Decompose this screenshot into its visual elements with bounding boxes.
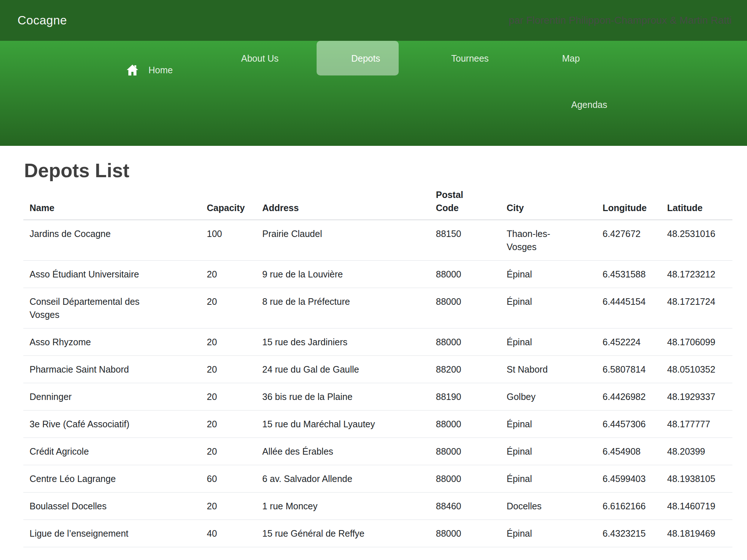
- app-header: Cocagne par Florentin Philippon-Champrou…: [0, 0, 747, 41]
- cell-capacity: 20: [201, 492, 256, 520]
- cell-longitude: 6.5807814: [596, 355, 661, 383]
- cell-name: Asso Rhyzome: [23, 328, 201, 355]
- cell-name: Crédit Agricole: [23, 438, 201, 465]
- cell-latitude: 48.1723212: [661, 260, 732, 288]
- cell-latitude: 48.1819469: [661, 520, 732, 547]
- cell-address: 15 rue du Maréchal Lyautey: [256, 410, 430, 438]
- page-title: Depots List: [24, 159, 732, 182]
- cell-longitude: 6.4599403: [596, 465, 661, 492]
- cell-address: 8 rue de la Préfecture: [256, 288, 430, 328]
- cell-longitude: 6.6162166: [596, 492, 661, 520]
- table-row: Centre Léo Lagrange 60 6 av. Salvador Al…: [23, 465, 732, 492]
- nav-item-home[interactable]: Home: [126, 63, 173, 77]
- cell-longitude: 6.4323215: [596, 520, 661, 547]
- cell-city: Épinal: [500, 410, 596, 438]
- depots-table-body: Jardins de Cocagne 100 Prairie Claudel 8…: [23, 220, 732, 547]
- cell-latitude: 48.0510352: [661, 355, 732, 383]
- cell-postal-code: 88000: [430, 288, 500, 328]
- cell-postal-code: 88000: [430, 328, 500, 355]
- cell-city: Golbey: [500, 383, 596, 410]
- cell-address: 9 rue de la Louvière: [256, 260, 430, 288]
- cell-address: Prairie Claudel: [256, 220, 430, 261]
- cell-city: Épinal: [500, 465, 596, 492]
- cell-longitude: 6.454908: [596, 438, 661, 465]
- nav-item-agendas[interactable]: Agendas: [571, 100, 607, 110]
- cell-name: Ligue de l’enseignement: [23, 520, 201, 547]
- cell-postal-code: 88000: [430, 465, 500, 492]
- table-row: Ligue de l’enseignement 40 15 rue Généra…: [23, 520, 732, 547]
- cell-capacity: 40: [201, 520, 256, 547]
- column-header-longitude: Longitude: [596, 182, 661, 220]
- cell-postal-code: 88000: [430, 438, 500, 465]
- cell-postal-code: 88000: [430, 520, 500, 547]
- main-nav: Home About Us Depots Tournees Map Agenda…: [0, 41, 747, 146]
- table-row: Conseil Départemental des Vosges 20 8 ru…: [23, 288, 732, 328]
- column-header-postal-code: Postal Code: [430, 182, 500, 220]
- nav-item-tournees[interactable]: Tournees: [451, 53, 489, 64]
- cell-latitude: 48.1938105: [661, 465, 732, 492]
- cell-city: Épinal: [500, 260, 596, 288]
- cell-longitude: 6.452224: [596, 328, 661, 355]
- cell-city: Épinal: [500, 288, 596, 328]
- nav-item-label: Depots: [351, 53, 380, 64]
- cell-city: St Nabord: [500, 355, 596, 383]
- cell-name: 3e Rive (Café Associatif): [23, 410, 201, 438]
- cell-address: 1 rue Moncey: [256, 492, 430, 520]
- table-row: Asso Rhyzome 20 15 rue des Jardiniers 88…: [23, 328, 732, 355]
- cell-latitude: 48.1721724: [661, 288, 732, 328]
- cell-address: 15 rue des Jardiniers: [256, 328, 430, 355]
- cell-longitude: 6.427672: [596, 220, 661, 261]
- cell-city: Docelles: [500, 492, 596, 520]
- table-row: Denninger 20 36 bis rue de la Plaine 881…: [23, 383, 732, 410]
- depots-table-header: Name Capacity Address Postal Code City L…: [23, 182, 732, 220]
- cell-latitude: 48.177777: [661, 410, 732, 438]
- table-row: Boulassel Docelles 20 1 rue Moncey 88460…: [23, 492, 732, 520]
- nav-item-depots[interactable]: Depots: [317, 41, 399, 75]
- header-row: Name Capacity Address Postal Code City L…: [23, 182, 732, 220]
- cell-name: Centre Léo Lagrange: [23, 465, 201, 492]
- cell-latitude: 48.20399: [661, 438, 732, 465]
- table-row: Asso Étudiant Universitaire 20 9 rue de …: [23, 260, 732, 288]
- cell-postal-code: 88190: [430, 383, 500, 410]
- cell-name: Jardins de Cocagne: [23, 220, 201, 261]
- column-header-name: Name: [23, 182, 201, 220]
- cell-city: Épinal: [500, 328, 596, 355]
- cell-latitude: 48.1929337: [661, 383, 732, 410]
- cell-name: Conseil Départemental des Vosges: [23, 288, 201, 328]
- cell-city: Épinal: [500, 438, 596, 465]
- cell-name: Asso Étudiant Universitaire: [23, 260, 201, 288]
- cell-capacity: 60: [201, 465, 256, 492]
- cell-capacity: 20: [201, 355, 256, 383]
- cell-postal-code: 88000: [430, 410, 500, 438]
- cell-capacity: 20: [201, 410, 256, 438]
- column-header-capacity: Capacity: [201, 182, 256, 220]
- cell-latitude: 48.1460719: [661, 492, 732, 520]
- cell-longitude: 6.4445154: [596, 288, 661, 328]
- cell-address: Allée des Érables: [256, 438, 430, 465]
- cell-capacity: 20: [201, 260, 256, 288]
- cell-longitude: 6.4457306: [596, 410, 661, 438]
- table-row: Jardins de Cocagne 100 Prairie Claudel 8…: [23, 220, 732, 261]
- home-icon: [126, 63, 139, 77]
- content-area: Depots List Name Capacity Address Postal…: [0, 159, 747, 547]
- cell-capacity: 20: [201, 328, 256, 355]
- cell-postal-code: 88150: [430, 220, 500, 261]
- cell-city: Épinal: [500, 520, 596, 547]
- cell-longitude: 6.4426982: [596, 383, 661, 410]
- cell-capacity: 20: [201, 288, 256, 328]
- column-header-latitude: Latitude: [661, 182, 732, 220]
- brand-link[interactable]: Cocagne: [18, 13, 67, 27]
- cell-postal-code: 88200: [430, 355, 500, 383]
- nav-item-about-us[interactable]: About Us: [241, 53, 279, 64]
- table-row: Pharmacie Saint Nabord 20 24 rue du Gal …: [23, 355, 732, 383]
- cell-latitude: 48.2531016: [661, 220, 732, 261]
- cell-city: Thaon-les-Vosges: [500, 220, 596, 261]
- nav-item-map[interactable]: Map: [562, 53, 580, 64]
- cell-name: Boulassel Docelles: [23, 492, 201, 520]
- nav-item-label: Home: [148, 65, 173, 75]
- cell-address: 6 av. Salvador Allende: [256, 465, 430, 492]
- table-row: Crédit Agricole 20 Allée des Érables 880…: [23, 438, 732, 465]
- cell-longitude: 6.4531588: [596, 260, 661, 288]
- cell-address: 36 bis rue de la Plaine: [256, 383, 430, 410]
- cell-postal-code: 88460: [430, 492, 500, 520]
